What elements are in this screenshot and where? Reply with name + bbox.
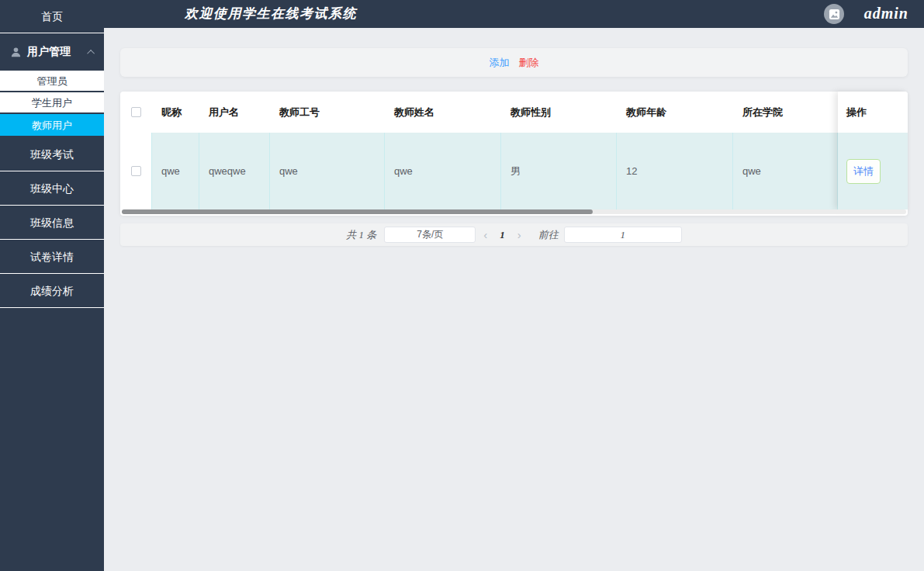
sidebar-item-class-exam[interactable]: 班级考试: [0, 137, 104, 171]
sidebar-item-teacher-users[interactable]: 教师用户: [0, 114, 104, 137]
sidebar-item-class-info[interactable]: 班级信息: [0, 206, 104, 240]
prev-page-icon[interactable]: ‹: [476, 228, 495, 241]
page-size-select[interactable]: 7条/页: [384, 227, 476, 243]
sidebar-group-label: 用户管理: [27, 45, 71, 59]
username-label[interactable]: admin: [864, 0, 908, 28]
column-header-username: 用户名: [199, 92, 270, 133]
pagination-bar: 共 1 条 7条/页 ‹ 1 › 前往: [120, 223, 908, 246]
column-header-teacher-no: 教师工号: [270, 92, 385, 133]
column-header-college: 所在学院: [733, 92, 838, 133]
current-page-number[interactable]: 1: [495, 229, 510, 241]
avatar[interactable]: [824, 4, 844, 24]
cell-teacher-name: qwe: [385, 133, 501, 209]
sidebar-group-user-management[interactable]: 用户管理: [0, 33, 104, 71]
sidebar-item-paper-detail[interactable]: 试卷详情: [0, 240, 104, 274]
page-title: 欢迎使用学生在线考试系统: [185, 0, 357, 28]
column-header-nickname: 昵称: [152, 92, 199, 133]
add-button[interactable]: 添加: [490, 56, 510, 70]
table-header-row: 昵称 用户名 教师工号 教师姓名 教师性别 教师年龄 所在学院: [120, 92, 908, 133]
sidebar-item-class-center[interactable]: 班级中心: [0, 171, 104, 206]
top-header: 欢迎使用学生在线考试系统 admin: [104, 0, 924, 28]
detail-button[interactable]: 详情: [846, 159, 881, 184]
select-all-cell: [120, 92, 152, 133]
horizontal-scrollbar-thumb[interactable]: [122, 209, 593, 214]
next-page-icon[interactable]: ›: [510, 228, 529, 241]
table-row: qwe qweqwe qwe qwe 男 12 qwe: [120, 133, 908, 209]
cell-username: qweqwe: [199, 133, 270, 209]
goto-page-label: 前往: [538, 228, 559, 242]
horizontal-scrollbar-track[interactable]: [122, 209, 906, 214]
teacher-users-table: 昵称 用户名 教师工号 教师姓名 教师性别 教师年龄 所在学院 qwe qweq…: [120, 92, 908, 216]
cell-teacher-no: qwe: [270, 133, 385, 209]
row-checkbox[interactable]: [131, 166, 141, 176]
operations-fixed-column: 操作 详情: [838, 92, 908, 209]
image-placeholder-icon: [829, 9, 840, 20]
cell-college: qwe: [733, 133, 838, 209]
cell-nickname: qwe: [152, 133, 199, 209]
sidebar-item-score-analysis[interactable]: 成绩分析: [0, 274, 104, 308]
column-header-gender: 教师性别: [501, 92, 617, 133]
column-header-age: 教师年龄: [617, 92, 733, 133]
person-icon: [10, 47, 22, 58]
goto-page-input[interactable]: [564, 227, 682, 243]
cell-gender: 男: [501, 133, 617, 209]
select-all-checkbox[interactable]: [131, 107, 141, 117]
sidebar: 首页 用户管理 管理员 学生用户 教师用户 班级考试 班级中心 班级信息 试卷详…: [0, 0, 104, 571]
table-toolbar: 添加 删除: [120, 48, 908, 77]
cell-operations: 详情: [838, 133, 908, 209]
sidebar-item-admins[interactable]: 管理员: [0, 71, 104, 92]
column-header-operations: 操作: [838, 92, 908, 133]
sidebar-item-student-users[interactable]: 学生用户: [0, 92, 104, 114]
cell-age: 12: [617, 133, 733, 209]
sidebar-item-home[interactable]: 首页: [0, 0, 104, 33]
chevron-up-icon: [87, 49, 95, 57]
column-header-teacher-name: 教师姓名: [385, 92, 501, 133]
row-select-cell: [120, 133, 152, 209]
pagination-total: 共 1 条: [346, 228, 376, 242]
delete-button[interactable]: 删除: [519, 56, 539, 70]
